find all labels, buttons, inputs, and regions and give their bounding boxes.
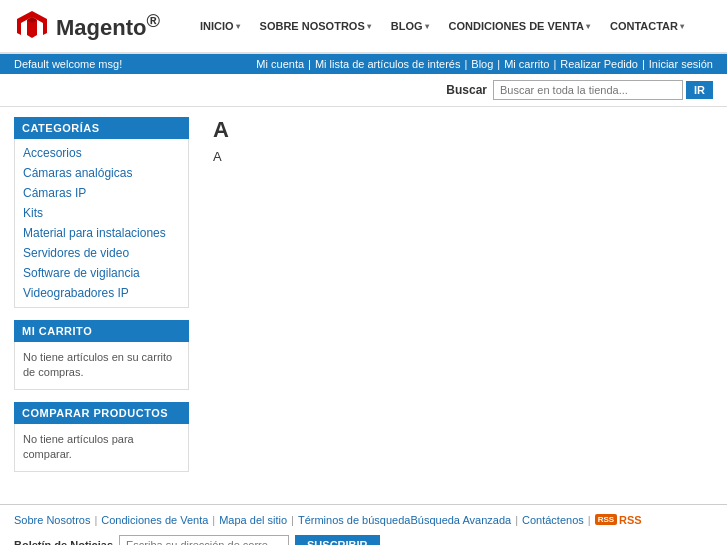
compare-section: COMPARAR PRODUCTOS No tiene artículos pa…: [14, 402, 189, 472]
rss-icon: RSS: [595, 514, 617, 525]
category-software[interactable]: Software de vigilancia: [15, 263, 188, 283]
link-mi-cuenta[interactable]: Mi cuenta: [256, 58, 304, 70]
site-header: Magento® INICIO ▾ SOBRE NOSOTROS ▾ BLOG …: [0, 0, 727, 54]
link-mi-carrito[interactable]: Mi carrito: [504, 58, 549, 70]
categories-title: CATEGORÍAS: [14, 117, 189, 139]
newsletter-label: Boletín de Noticias: [14, 539, 113, 545]
category-kits[interactable]: Kits: [15, 203, 188, 223]
compare-title: COMPARAR PRODUCTOS: [14, 402, 189, 424]
nav-inicio[interactable]: INICIO ▾: [190, 20, 250, 32]
link-iniciar-sesion[interactable]: Iniciar sesión: [649, 58, 713, 70]
nav-inicio-arrow: ▾: [236, 22, 240, 31]
category-videograbadores[interactable]: Videograbadores IP: [15, 283, 188, 303]
nav-contactar[interactable]: CONTACTAR ▾: [600, 20, 694, 32]
magento-logo-icon: [14, 8, 50, 44]
search-button[interactable]: IR: [686, 81, 713, 99]
sidebar: CATEGORÍAS Accesorios Cámaras analógicas…: [14, 117, 189, 484]
category-accesorios[interactable]: Accesorios: [15, 143, 188, 163]
category-camaras-analogicas[interactable]: Cámaras analógicas: [15, 163, 188, 183]
content-letter-sub: A: [213, 149, 703, 164]
content-area: A A: [203, 117, 713, 484]
nav-condiciones-arrow: ▾: [586, 22, 590, 31]
search-label: Buscar: [446, 83, 487, 97]
link-realizar-pedido[interactable]: Realizar Pedido: [560, 58, 638, 70]
category-material[interactable]: Material para instalaciones: [15, 223, 188, 243]
link-blog[interactable]: Blog: [471, 58, 493, 70]
categories-section: CATEGORÍAS Accesorios Cámaras analógicas…: [14, 117, 189, 308]
search-bar: Buscar IR: [0, 74, 727, 107]
footer-link-condiciones[interactable]: Condiciones de Venta: [101, 514, 208, 526]
newsletter-input[interactable]: [119, 535, 289, 545]
rss-label: RSS: [619, 514, 642, 526]
footer-link-busqueda[interactable]: Búsqueda Avanzada: [410, 514, 511, 526]
footer-link-mapa[interactable]: Mapa del sitio: [219, 514, 287, 526]
link-lista-articulos[interactable]: Mi lista de artículos de interés: [315, 58, 461, 70]
account-links: Mi cuenta | Mi lista de artículos de int…: [256, 58, 713, 70]
search-input[interactable]: [493, 80, 683, 100]
welcome-bar: Default welcome msg! Mi cuenta | Mi list…: [0, 54, 727, 74]
nav-contactar-arrow: ▾: [680, 22, 684, 31]
welcome-message: Default welcome msg!: [14, 58, 122, 70]
footer-link-sobre[interactable]: Sobre Nosotros: [14, 514, 90, 526]
newsletter-bar: Boletín de Noticias SUSCRIBIR: [0, 531, 727, 545]
cart-empty-message: No tiene artículos en su carrito de comp…: [14, 342, 189, 390]
logo[interactable]: Magento®: [14, 8, 160, 44]
footer-links: Sobre Nosotros | Condiciones de Venta | …: [0, 505, 727, 531]
cart-title: MI CARRITO: [14, 320, 189, 342]
nav-sobre[interactable]: SOBRE NOSOTROS ▾: [250, 20, 381, 32]
category-servidores[interactable]: Servidores de video: [15, 243, 188, 263]
footer-link-terminos[interactable]: Términos de búsqueda: [298, 514, 411, 526]
nav-blog-arrow: ▾: [425, 22, 429, 31]
main-nav: INICIO ▾ SOBRE NOSOTROS ▾ BLOG ▾ CONDICI…: [190, 20, 694, 32]
categories-list: Accesorios Cámaras analógicas Cámaras IP…: [14, 139, 189, 308]
cart-section: MI CARRITO No tiene artículos en su carr…: [14, 320, 189, 390]
footer-link-contactenos[interactable]: Contáctenos: [522, 514, 584, 526]
category-camaras-ip[interactable]: Cámaras IP: [15, 183, 188, 203]
compare-empty-message: No tiene artículos para comparar.: [14, 424, 189, 472]
logo-text: Magento®: [56, 10, 160, 41]
footer-rss-link[interactable]: RSS RSS: [595, 514, 642, 526]
footer: Sobre Nosotros | Condiciones de Venta | …: [0, 504, 727, 545]
main-content: CATEGORÍAS Accesorios Cámaras analógicas…: [0, 107, 727, 494]
nav-condiciones[interactable]: CONDICIONES DE VENTA ▾: [439, 20, 600, 32]
nav-blog[interactable]: BLOG ▾: [381, 20, 439, 32]
nav-sobre-arrow: ▾: [367, 22, 371, 31]
newsletter-subscribe-button[interactable]: SUSCRIBIR: [295, 535, 380, 545]
content-letter-heading: A: [213, 117, 703, 143]
